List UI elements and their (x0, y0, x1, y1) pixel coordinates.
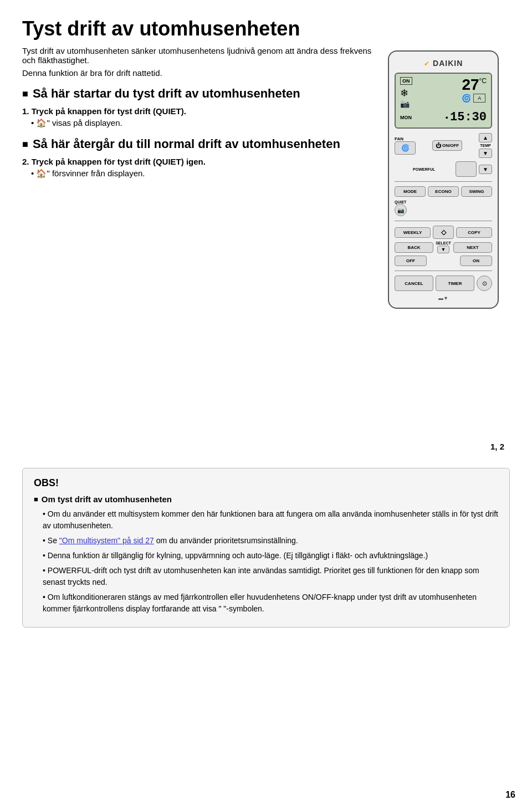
display-left: ON ❄ 📷 (400, 77, 412, 108)
snowflake-icon: ❄ (400, 87, 412, 99)
fan-icon: 🌀 (462, 94, 471, 103)
brand-logo-text: DAIKIN (433, 59, 463, 68)
step1-label: 1. Tryck på knappen för tyst drift (QUIE… (22, 106, 377, 116)
weekly-copy-row: WEEKLY ◇ COPY (395, 226, 492, 239)
page-subtitle: Tyst drift av utomhusenheten sänker utom… (22, 46, 377, 65)
off-on-row: OFF ON (395, 256, 492, 266)
display-mon: MON (400, 115, 412, 120)
remote-buttons-area: FAN 🌀 ⏻ ON/OFF ▲ TEMP ▼ POWERFUL (395, 133, 492, 301)
divider3 (395, 271, 492, 271)
off-button[interactable]: OFF (395, 256, 427, 266)
display-temp: 27 (462, 77, 479, 93)
page-subtitle2: Denna funktion är bra för drift nattetid… (22, 68, 377, 78)
select-area: SELECT ▼ (436, 241, 451, 253)
on-off-button[interactable]: ⏻ ON/OFF (432, 140, 462, 151)
display-time-area: ● 15:30 (446, 110, 487, 124)
display-on-label: ON (400, 77, 412, 85)
quiet-section: QUIET 📷 (395, 200, 407, 216)
display-temp-area: 27 °C 🌀 A (462, 77, 487, 103)
page-number: 16 (505, 790, 515, 800)
home-button[interactable]: ⊙ (477, 276, 492, 291)
page-title: Tyst drift av utomhusenheten (22, 17, 510, 40)
remote-display: ON ❄ 📷 27 °C 🌀 A (395, 73, 492, 129)
quiet-camera-icon: 📷 (400, 99, 412, 108)
remote-control: ✔ DAIKIN ON ❄ 📷 27 °C (388, 50, 499, 309)
fan-label: FAN (395, 136, 416, 141)
section2-heading: Så här återgår du till normal drift av u… (22, 137, 377, 151)
powerful-down-button[interactable]: ▼ (479, 165, 492, 174)
back-next-row: BACK SELECT ▼ NEXT (395, 241, 492, 253)
mode-box: A (473, 94, 485, 103)
diamond-button[interactable]: ◇ (433, 226, 454, 239)
battery-icon: ▬▼ (438, 295, 448, 301)
display-top-row: ON ❄ 📷 27 °C 🌀 A (400, 77, 487, 108)
power-icon: ⏻ (436, 142, 441, 149)
econo-button[interactable]: ECONO (428, 186, 459, 197)
powerful-box (456, 161, 477, 177)
mode-button[interactable]: MODE (395, 186, 426, 197)
display-unit: °C (479, 77, 487, 85)
weekly-button[interactable]: WEEKLY (395, 227, 431, 238)
camera-symbol-text2: 🏠 (36, 169, 47, 178)
divider2 (395, 221, 492, 221)
back-button[interactable]: BACK (395, 242, 433, 253)
select-label: SELECT (436, 241, 451, 245)
quiet-button[interactable]: 📷 (395, 204, 407, 216)
quiet-label: QUIET (395, 200, 406, 204)
on-button[interactable]: ON (460, 256, 492, 266)
next-button[interactable]: NEXT (453, 242, 492, 253)
daikin-chevron-icon: ✔ (424, 60, 429, 68)
obs-bullet-5: Om luftkonditioneraren stängs av med fjä… (43, 591, 498, 615)
powerful-label: POWERFUL (395, 167, 453, 171)
camera-symbol-text: 🏠 (36, 118, 47, 127)
obs-bullet-1: Om du använder ett multisystem kommer de… (43, 508, 498, 532)
fan-row: FAN 🌀 ⏻ ON/OFF ▲ TEMP ▼ (395, 133, 492, 158)
display-time-row: MON ● 15:30 (400, 110, 487, 124)
obs-title: OBS! (34, 477, 498, 489)
temp-col: ▲ TEMP ▼ (479, 133, 492, 158)
obs-bullets-list: Om du använder ett multisystem kommer de… (34, 508, 498, 615)
cancel-button[interactable]: CANCEL (395, 276, 433, 291)
on-off-label: ON/OFF (442, 143, 459, 148)
obs-section: OBS! Om tyst drift av utomhusenheten Om … (22, 468, 510, 628)
section1-heading: Så här startar du tyst drift av utomhuse… (22, 86, 377, 101)
obs-link[interactable]: "Om multisystem" på sid 27 (59, 536, 154, 545)
display-time: 15:30 (450, 110, 487, 124)
step-marker: 1, 2 (388, 442, 504, 451)
timer-button[interactable]: TIMER (436, 276, 474, 291)
mode-row: MODE ECONO SWING (395, 186, 492, 197)
obs-bullet-2: Se "Om multisystem" på sid 27 om du anvä… (43, 535, 498, 547)
fan-section: FAN 🌀 (395, 136, 416, 155)
display-fan-mode: 🌀 A (462, 94, 487, 103)
powerful-row: POWERFUL ▼ (395, 161, 492, 177)
cancel-timer-row: CANCEL TIMER ⊙ (395, 276, 492, 291)
step1-bullet: 🏠" visas på displayen. (31, 118, 377, 128)
step2-bullet: 🏠" försvinner från displayen. (31, 169, 377, 178)
step2-label: 2. Tryck på knappen för tyst drift (QUIE… (22, 157, 377, 166)
fan-button[interactable]: 🌀 (395, 141, 416, 155)
divider1 (395, 181, 492, 182)
select-down-button[interactable]: ▼ (437, 246, 450, 253)
obs-sub-heading: Om tyst drift av utomhusenheten (34, 494, 498, 504)
obs-bullet-3: Denna funktion är tillgänglig för kylnin… (43, 550, 498, 562)
quiet-row: QUIET 📷 (395, 200, 492, 216)
obs-bullet-4: POWERFUL-drift och tyst drift av utomhus… (43, 565, 498, 588)
temp-label: TEMP (479, 144, 492, 147)
temp-down-button[interactable]: ▼ (479, 149, 492, 158)
battery-row: ▬▼ (395, 295, 492, 301)
copy-button[interactable]: COPY (456, 227, 492, 238)
swing-button[interactable]: SWING (461, 186, 492, 197)
temp-up-button[interactable]: ▲ (479, 133, 492, 142)
remote-brand: ✔ DAIKIN (395, 58, 492, 68)
clock-dot-icon: ● (446, 115, 448, 120)
